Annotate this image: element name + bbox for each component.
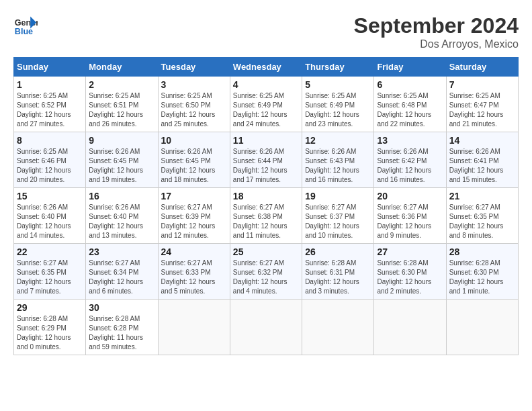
calendar-cell: 21Sunrise: 6:27 AM Sunset: 6:35 PM Dayli… (446, 188, 518, 244)
day-number: 14 (449, 135, 515, 146)
month-title: September 2024 (354, 13, 519, 38)
calendar-cell: 17Sunrise: 6:27 AM Sunset: 6:39 PM Dayli… (158, 188, 230, 244)
calendar-cell (374, 300, 446, 355)
day-info: Sunrise: 6:26 AM Sunset: 6:45 PM Dayligh… (89, 147, 154, 185)
day-number: 12 (305, 135, 371, 146)
calendar-cell: 16Sunrise: 6:26 AM Sunset: 6:40 PM Dayli… (86, 188, 158, 244)
day-info: Sunrise: 6:27 AM Sunset: 6:35 PM Dayligh… (17, 259, 83, 296)
calendar-cell: 5Sunrise: 6:25 AM Sunset: 6:49 PM Daylig… (302, 77, 374, 132)
day-info: Sunrise: 6:25 AM Sunset: 6:49 PM Dayligh… (233, 91, 299, 129)
calendar-cell: 3Sunrise: 6:25 AM Sunset: 6:50 PM Daylig… (158, 77, 230, 132)
calendar-cell: 2Sunrise: 6:25 AM Sunset: 6:51 PM Daylig… (86, 77, 158, 132)
day-info: Sunrise: 6:26 AM Sunset: 6:40 PM Dayligh… (17, 203, 83, 240)
day-info: Sunrise: 6:25 AM Sunset: 6:48 PM Dayligh… (377, 91, 443, 129)
calendar-cell: 6Sunrise: 6:25 AM Sunset: 6:48 PM Daylig… (374, 77, 446, 132)
calendar-cell: 29Sunrise: 6:28 AM Sunset: 6:29 PM Dayli… (14, 300, 86, 355)
day-info: Sunrise: 6:27 AM Sunset: 6:35 PM Dayligh… (449, 203, 515, 240)
weekday-header: Sunday (14, 58, 86, 77)
day-number: 15 (17, 191, 83, 201)
day-info: Sunrise: 6:27 AM Sunset: 6:39 PM Dayligh… (161, 203, 227, 240)
weekday-header: Friday (374, 58, 446, 77)
day-number: 21 (449, 191, 515, 201)
weekday-header: Saturday (446, 58, 518, 77)
svg-text:Blue: Blue (15, 27, 33, 36)
day-info: Sunrise: 6:26 AM Sunset: 6:45 PM Dayligh… (161, 147, 227, 185)
day-number: 18 (233, 191, 299, 201)
day-number: 3 (161, 79, 227, 90)
day-number: 25 (233, 246, 299, 257)
day-number: 23 (89, 246, 154, 257)
day-number: 10 (161, 135, 227, 146)
calendar-cell: 30Sunrise: 6:28 AM Sunset: 6:28 PM Dayli… (86, 300, 158, 355)
calendar-cell: 10Sunrise: 6:26 AM Sunset: 6:45 PM Dayli… (158, 132, 230, 188)
day-info: Sunrise: 6:26 AM Sunset: 6:43 PM Dayligh… (305, 147, 371, 185)
day-number: 20 (377, 191, 443, 201)
calendar-cell: 1Sunrise: 6:25 AM Sunset: 6:52 PM Daylig… (14, 77, 86, 132)
day-info: Sunrise: 6:25 AM Sunset: 6:49 PM Dayligh… (305, 91, 371, 129)
day-number: 4 (233, 79, 299, 90)
day-number: 19 (305, 191, 371, 201)
weekday-header: Thursday (302, 58, 374, 77)
day-number: 5 (305, 79, 371, 90)
day-info: Sunrise: 6:27 AM Sunset: 6:32 PM Dayligh… (233, 259, 299, 296)
day-info: Sunrise: 6:27 AM Sunset: 6:34 PM Dayligh… (89, 259, 154, 296)
day-number: 13 (377, 135, 443, 146)
calendar-cell: 22Sunrise: 6:27 AM Sunset: 6:35 PM Dayli… (14, 244, 86, 300)
day-number: 7 (449, 79, 515, 90)
logo: General Blue (13, 13, 38, 38)
calendar-cell: 4Sunrise: 6:25 AM Sunset: 6:49 PM Daylig… (230, 77, 302, 132)
calendar-cell (230, 300, 302, 355)
day-info: Sunrise: 6:27 AM Sunset: 6:36 PM Dayligh… (377, 203, 443, 240)
day-number: 27 (377, 246, 443, 257)
day-info: Sunrise: 6:26 AM Sunset: 6:44 PM Dayligh… (233, 147, 299, 185)
day-info: Sunrise: 6:27 AM Sunset: 6:37 PM Dayligh… (305, 203, 371, 240)
day-number: 29 (17, 302, 83, 313)
day-number: 2 (89, 79, 154, 90)
day-number: 8 (17, 135, 83, 146)
day-number: 24 (161, 246, 227, 257)
day-number: 16 (89, 191, 154, 201)
day-info: Sunrise: 6:26 AM Sunset: 6:41 PM Dayligh… (449, 147, 515, 185)
calendar-cell: 23Sunrise: 6:27 AM Sunset: 6:34 PM Dayli… (86, 244, 158, 300)
day-info: Sunrise: 6:28 AM Sunset: 6:29 PM Dayligh… (17, 314, 83, 352)
calendar-cell: 13Sunrise: 6:26 AM Sunset: 6:42 PM Dayli… (374, 132, 446, 188)
calendar-cell: 18Sunrise: 6:27 AM Sunset: 6:38 PM Dayli… (230, 188, 302, 244)
calendar-cell: 20Sunrise: 6:27 AM Sunset: 6:36 PM Dayli… (374, 188, 446, 244)
day-number: 6 (377, 79, 443, 90)
calendar-cell: 12Sunrise: 6:26 AM Sunset: 6:43 PM Dayli… (302, 132, 374, 188)
calendar-header-row: SundayMondayTuesdayWednesdayThursdayFrid… (14, 58, 519, 77)
calendar-cell: 8Sunrise: 6:25 AM Sunset: 6:46 PM Daylig… (14, 132, 86, 188)
page-header: General Blue September 2024 Dos Arroyos,… (13, 13, 519, 50)
calendar-cell: 15Sunrise: 6:26 AM Sunset: 6:40 PM Dayli… (14, 188, 86, 244)
day-number: 9 (89, 135, 154, 146)
calendar-cell: 28Sunrise: 6:28 AM Sunset: 6:30 PM Dayli… (446, 244, 518, 300)
calendar-cell (302, 300, 374, 355)
calendar-cell: 11Sunrise: 6:26 AM Sunset: 6:44 PM Dayli… (230, 132, 302, 188)
day-number: 28 (449, 246, 515, 257)
day-number: 11 (233, 135, 299, 146)
day-info: Sunrise: 6:26 AM Sunset: 6:40 PM Dayligh… (89, 203, 154, 240)
day-info: Sunrise: 6:25 AM Sunset: 6:47 PM Dayligh… (449, 91, 515, 129)
calendar-week-row: 29Sunrise: 6:28 AM Sunset: 6:29 PM Dayli… (14, 300, 519, 355)
calendar-cell: 7Sunrise: 6:25 AM Sunset: 6:47 PM Daylig… (446, 77, 518, 132)
location-title: Dos Arroyos, Mexico (354, 38, 519, 50)
day-info: Sunrise: 6:25 AM Sunset: 6:51 PM Dayligh… (89, 91, 154, 129)
title-area: September 2024 Dos Arroyos, Mexico (354, 13, 519, 50)
day-info: Sunrise: 6:27 AM Sunset: 6:33 PM Dayligh… (161, 259, 227, 296)
day-number: 22 (17, 246, 83, 257)
weekday-header: Tuesday (158, 58, 230, 77)
day-info: Sunrise: 6:25 AM Sunset: 6:50 PM Dayligh… (161, 91, 227, 129)
day-info: Sunrise: 6:28 AM Sunset: 6:31 PM Dayligh… (305, 259, 371, 296)
calendar-cell: 27Sunrise: 6:28 AM Sunset: 6:30 PM Dayli… (374, 244, 446, 300)
calendar-cell (158, 300, 230, 355)
calendar-week-row: 1Sunrise: 6:25 AM Sunset: 6:52 PM Daylig… (14, 77, 519, 132)
day-number: 17 (161, 191, 227, 201)
day-number: 1 (17, 79, 83, 90)
calendar-week-row: 22Sunrise: 6:27 AM Sunset: 6:35 PM Dayli… (14, 244, 519, 300)
calendar-cell: 9Sunrise: 6:26 AM Sunset: 6:45 PM Daylig… (86, 132, 158, 188)
day-info: Sunrise: 6:26 AM Sunset: 6:42 PM Dayligh… (377, 147, 443, 185)
day-number: 30 (89, 302, 154, 313)
day-info: Sunrise: 6:28 AM Sunset: 6:28 PM Dayligh… (89, 314, 154, 352)
day-info: Sunrise: 6:25 AM Sunset: 6:46 PM Dayligh… (17, 147, 83, 185)
calendar-cell: 24Sunrise: 6:27 AM Sunset: 6:33 PM Dayli… (158, 244, 230, 300)
